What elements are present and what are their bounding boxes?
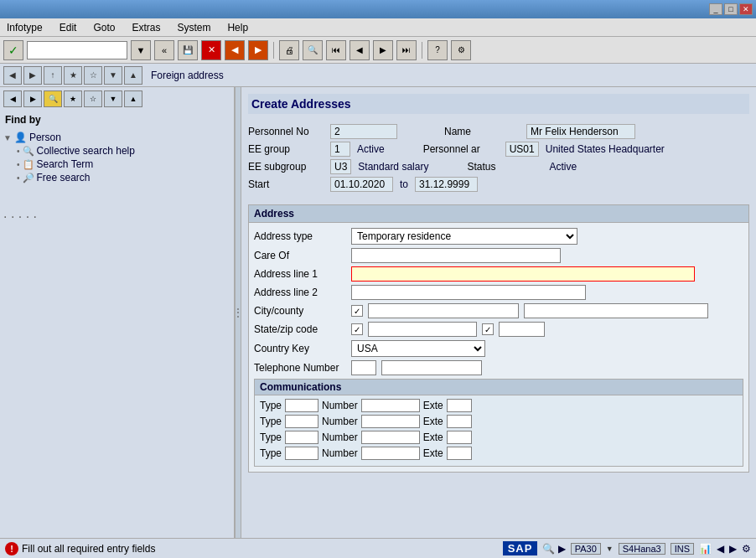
- nav-bookmark-button[interactable]: ☆: [84, 66, 102, 85]
- personnel-no-value: 2: [330, 124, 397, 139]
- address-section-body: Address type Temporary residence Care Of…: [249, 223, 748, 472]
- next-button[interactable]: ▶: [373, 40, 393, 60]
- menu-help[interactable]: Help: [224, 20, 251, 35]
- status-value: Active: [549, 161, 577, 173]
- collective-search-icon: 🔍: [23, 146, 34, 157]
- tree-search-term[interactable]: • 📋 Search Term: [3, 158, 230, 171]
- last-button[interactable]: ⏭: [396, 40, 417, 60]
- nav-btn-6[interactable]: ▼: [104, 90, 122, 107]
- help-button[interactable]: ?: [427, 40, 448, 60]
- tree-collective-search[interactable]: • 🔍 Collective search help: [3, 144, 230, 158]
- menu-goto[interactable]: Goto: [90, 20, 118, 35]
- menu-system[interactable]: System: [173, 20, 214, 35]
- comm-number-input-2[interactable]: [361, 415, 420, 428]
- comm-exte-input-2[interactable]: [447, 415, 472, 428]
- comm-type-label-3: Type: [260, 431, 282, 443]
- nav-btn-2[interactable]: ▶: [23, 90, 42, 107]
- state-input[interactable]: [368, 322, 477, 337]
- comm-number-label-3: Number: [322, 431, 358, 443]
- close-button[interactable]: ✕: [739, 3, 753, 15]
- info-row-4: Start 01.10.2020 to 31.12.9999: [248, 177, 749, 192]
- address-section: Address Address type Temporary residence…: [248, 204, 749, 473]
- county-input[interactable]: [524, 303, 708, 318]
- menu-infotype[interactable]: Infotype: [3, 20, 46, 35]
- menu-extras[interactable]: Extras: [128, 20, 163, 35]
- inner-toolbar: ◀ ▶ ↑ ★ ☆ ▼ ▲ Foreign address: [0, 64, 756, 87]
- nav-down-arrow-button[interactable]: ▼: [104, 66, 122, 85]
- more-indicator: · · · · ·: [3, 184, 230, 225]
- address-line1-label: Address line 1: [254, 268, 346, 280]
- comm-type-input-4[interactable]: [285, 447, 318, 460]
- address-line1-input[interactable]: [351, 266, 695, 282]
- status-error: ! Fill out all required entry fields: [5, 542, 155, 555]
- free-search-icon: 🔎: [23, 173, 34, 183]
- start-value: 01.10.2020: [330, 177, 393, 192]
- comm-exte-input-4[interactable]: [447, 447, 472, 460]
- stop-button[interactable]: ✕: [201, 40, 221, 60]
- nav-back-button[interactable]: ◀: [3, 66, 22, 85]
- state-checkbox[interactable]: ✓: [351, 323, 363, 335]
- nav-btn-5[interactable]: ☆: [84, 90, 102, 107]
- address-type-select[interactable]: Temporary residence: [351, 228, 577, 245]
- start-label: Start: [248, 178, 324, 190]
- first-button[interactable]: ⏮: [326, 40, 346, 60]
- right-panel: Create Addresses Personnel No 2 Name Mr …: [241, 87, 756, 538]
- back-button[interactable]: «: [154, 40, 174, 60]
- panel-divider[interactable]: ⋮: [235, 87, 241, 538]
- settings-button[interactable]: ⚙: [451, 40, 471, 60]
- telephone-input-1[interactable]: [351, 360, 376, 375]
- forward-button[interactable]: ▶: [248, 40, 268, 60]
- nav-btn-4[interactable]: ★: [64, 90, 82, 107]
- back2-button[interactable]: ◀: [225, 40, 245, 60]
- state-zip-row: State/zip code ✓ ✓: [254, 322, 743, 337]
- state-zip-label: State/zip code: [254, 323, 346, 335]
- comm-number-input-1[interactable]: [361, 399, 420, 412]
- address-line2-input[interactable]: [351, 285, 586, 300]
- city-input[interactable]: [368, 303, 519, 318]
- comm-number-input-3[interactable]: [361, 431, 420, 444]
- command-input[interactable]: [27, 41, 127, 59]
- comm-type-input-2[interactable]: [285, 415, 318, 428]
- dropdown-button[interactable]: ▼: [131, 40, 151, 60]
- search-button[interactable]: 🔍: [303, 40, 323, 60]
- care-of-input[interactable]: [351, 248, 561, 263]
- personnel-ar-value: US01: [505, 142, 539, 157]
- prev-button[interactable]: ◀: [350, 40, 370, 60]
- maximize-button[interactable]: □: [724, 3, 738, 15]
- tree-free-search[interactable]: • 🔎 Free search: [3, 171, 230, 184]
- menu-edit[interactable]: Edit: [56, 20, 80, 35]
- nav-star-button[interactable]: ★: [64, 66, 82, 85]
- address-type-row: Address type Temporary residence: [254, 228, 743, 245]
- comm-type-input-1[interactable]: [285, 399, 318, 412]
- city-checkbox[interactable]: ✓: [351, 305, 363, 317]
- standard-salary-label: Standard salary: [358, 161, 428, 173]
- zip-checkbox[interactable]: ✓: [482, 323, 494, 335]
- country-key-select[interactable]: USA: [351, 340, 485, 357]
- comm-exte-input-1[interactable]: [447, 399, 472, 412]
- communications-body: Type Number Exte Type Number: [255, 395, 743, 466]
- nav-btn-7[interactable]: ▲: [124, 90, 142, 107]
- ee-group-label: EE group: [248, 143, 324, 155]
- nav-up-arrow-button[interactable]: ▲: [124, 66, 142, 85]
- save-button[interactable]: 💾: [178, 40, 198, 60]
- ee-subgroup-value: U3: [330, 159, 351, 174]
- address-type-label: Address type: [254, 230, 346, 242]
- confirm-button[interactable]: ✓: [3, 40, 23, 60]
- zip-input[interactable]: [499, 322, 545, 337]
- dropdown-arrow: ▼: [606, 545, 614, 553]
- tree-person[interactable]: ▼ 👤 Person: [3, 131, 230, 144]
- minimize-button[interactable]: _: [709, 3, 722, 15]
- comm-exte-input-3[interactable]: [447, 431, 472, 444]
- personnel-ar-text: United States Headquarter: [546, 143, 665, 155]
- comm-type-input-3[interactable]: [285, 431, 318, 444]
- telephone-input-2[interactable]: [381, 360, 482, 375]
- nav-btn-1[interactable]: ◀: [3, 90, 22, 107]
- tree-bullet3-icon: •: [17, 173, 20, 183]
- print-button[interactable]: 🖨: [279, 40, 299, 60]
- nav-up-button[interactable]: ↑: [44, 66, 62, 85]
- nav-forward-button[interactable]: ▶: [23, 66, 42, 85]
- comm-number-input-4[interactable]: [361, 447, 420, 460]
- status-icons: 🔍 ▶: [542, 543, 565, 555]
- nav-btn-3[interactable]: 🔍: [44, 90, 62, 107]
- window-controls[interactable]: _ □ ✕: [709, 3, 753, 15]
